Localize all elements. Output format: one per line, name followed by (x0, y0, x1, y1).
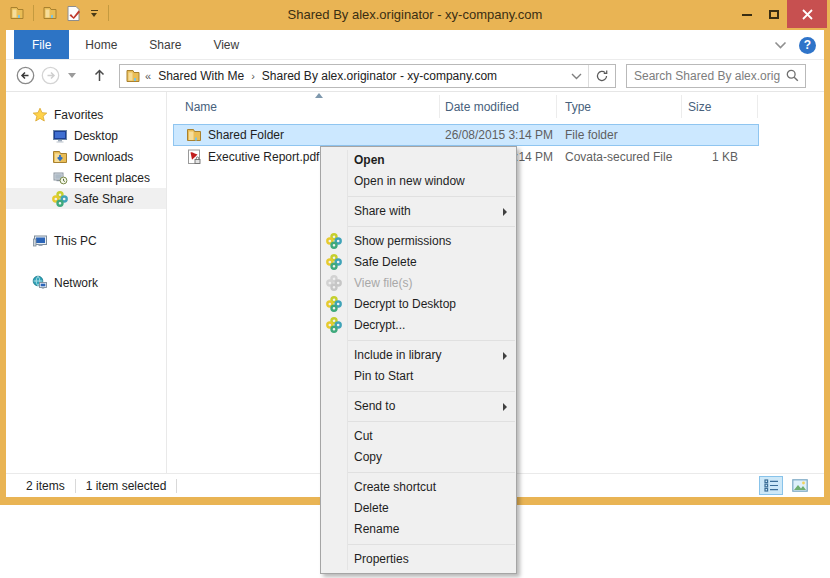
menu-item-pin-to-start[interactable]: Pin to Start (321, 366, 516, 387)
menu-item-include-in-library[interactable]: Include in library (321, 345, 516, 366)
tab-share[interactable]: Share (133, 30, 197, 59)
file-type: Covata-secured File (557, 150, 682, 164)
window-title: Shared By alex.originator - xy-company.c… (0, 0, 830, 30)
favorites-icon (32, 107, 48, 123)
column-header-type[interactable]: Type (557, 95, 682, 118)
sidebar-item-network[interactable]: Network (6, 272, 166, 293)
file-name: Shared Folder (208, 128, 284, 142)
menu-item-label: Send to (354, 399, 395, 413)
sidebar-item-label: Safe Share (74, 192, 134, 206)
tab-file[interactable]: File (14, 30, 69, 59)
breadcrumb-segment[interactable]: Shared With Me (158, 69, 244, 83)
sidebar-item-label: Desktop (74, 129, 118, 143)
menu-item-copy[interactable]: Copy (321, 447, 516, 468)
selection-count: 1 item selected (86, 479, 167, 493)
menu-item-properties[interactable]: Properties (321, 549, 516, 570)
menu-separator (348, 544, 515, 545)
forward-button[interactable] (41, 66, 60, 85)
menu-item-label: Decrypt to Desktop (354, 297, 456, 311)
this-pc-icon (32, 233, 48, 249)
file-row-shared-folder[interactable]: Shared Folder26/08/2015 3:14 PMFile fold… (173, 124, 759, 146)
menu-item-create-shortcut[interactable]: Create shortcut (321, 477, 516, 498)
menu-item-label: Rename (354, 522, 399, 536)
column-header-name[interactable]: Name (173, 95, 440, 118)
minimize-button[interactable] (733, 0, 760, 28)
title-bar: Shared By alex.originator - xy-company.c… (0, 0, 830, 30)
recent-places-icon (52, 170, 68, 186)
folder-icon (186, 127, 202, 143)
details-view-button[interactable] (759, 476, 783, 495)
close-button[interactable] (787, 0, 827, 28)
menu-item-label: Delete (354, 501, 389, 515)
file-name: Executive Report.pdf (208, 150, 319, 164)
menu-item-share-with[interactable]: Share with (321, 201, 516, 222)
file-size: 1 KB (682, 150, 748, 164)
sidebar-item-label: This PC (54, 234, 97, 248)
breadcrumb[interactable]: «Shared With Me›Shared By alex.originato… (145, 69, 565, 83)
menu-item-label: Open (354, 153, 385, 167)
back-button[interactable] (16, 66, 35, 85)
downloads-icon (52, 149, 68, 165)
context-menu: OpenOpen in new windowShare withShow per… (320, 146, 517, 574)
menu-item-cut[interactable]: Cut (321, 426, 516, 447)
menu-item-label: Include in library (354, 348, 441, 362)
sort-ascending-icon[interactable] (315, 93, 323, 98)
column-headers: NameDate modifiedTypeSize (173, 95, 824, 118)
column-header-size[interactable]: Size (682, 95, 758, 118)
menu-item-label: Share with (354, 204, 411, 218)
view-switcher (759, 476, 812, 495)
submenu-arrow-icon (503, 352, 507, 360)
covata-rings-icon (326, 317, 342, 333)
menu-item-view-file-s: View file(s) (321, 273, 516, 294)
breadcrumb-segment[interactable]: Shared By alex.originator - xy-company.c… (262, 69, 497, 83)
menu-item-decrypt-to-desktop[interactable]: Decrypt to Desktop (321, 294, 516, 315)
sidebar-item-label: Downloads (74, 150, 133, 164)
menu-item-label: Show permissions (354, 234, 451, 248)
up-button[interactable] (92, 68, 107, 83)
maximize-button[interactable] (760, 0, 787, 28)
menu-item-label: Create shortcut (354, 480, 436, 494)
breadcrumb-separator-icon[interactable]: › (251, 70, 255, 82)
menu-separator (348, 340, 515, 341)
sidebar-item-safe-share[interactable]: Safe Share (6, 188, 166, 209)
menu-item-open-in-new-window[interactable]: Open in new window (321, 171, 516, 192)
status-divider (75, 479, 76, 493)
safe-share-icon (52, 191, 68, 207)
file-date: 26/08/2015 3:14 PM (440, 128, 557, 142)
menu-separator (348, 226, 515, 227)
recent-locations-dropdown-icon[interactable] (66, 73, 78, 78)
menu-item-open[interactable]: Open (321, 150, 516, 171)
items-count: 2 items (26, 479, 65, 493)
address-bar[interactable]: «Shared With Me›Shared By alex.originato… (119, 64, 616, 88)
sidebar-item-this-pc[interactable]: This PC (6, 230, 166, 251)
address-dropdown-icon[interactable] (571, 69, 582, 83)
sidebar-item-downloads[interactable]: Downloads (6, 146, 166, 167)
sidebar-item-desktop[interactable]: Desktop (6, 125, 166, 146)
tab-home[interactable]: Home (69, 30, 133, 59)
menu-item-label: Cut (354, 429, 373, 443)
thumbnails-view-button[interactable] (788, 476, 812, 495)
ribbon-collapse-icon[interactable] (774, 38, 787, 52)
menu-item-rename[interactable]: Rename (321, 519, 516, 540)
tab-view[interactable]: View (197, 30, 255, 59)
address-folder-icon (125, 68, 141, 84)
refresh-icon[interactable] (589, 65, 615, 87)
menu-item-send-to[interactable]: Send to (321, 396, 516, 417)
menu-item-label: Decrypt... (354, 318, 405, 332)
menu-item-label: Open in new window (354, 174, 465, 188)
sidebar-item-favorites[interactable]: Favorites (6, 104, 166, 125)
search-icon[interactable] (786, 69, 799, 82)
menu-item-label: Pin to Start (354, 369, 413, 383)
menu-item-label: View file(s) (354, 276, 412, 290)
menu-item-delete[interactable]: Delete (321, 498, 516, 519)
column-header-date-modified[interactable]: Date modified (440, 95, 557, 118)
menu-item-safe-delete[interactable]: Safe Delete (321, 252, 516, 273)
help-icon[interactable]: ? (799, 37, 816, 54)
menu-item-show-permissions[interactable]: Show permissions (321, 231, 516, 252)
navigation-pane: FavoritesDesktopDownloadsRecent placesSa… (6, 92, 167, 473)
sidebar-item-recent-places[interactable]: Recent places (6, 167, 166, 188)
breadcrumb-overflow-icon[interactable]: « (145, 70, 151, 82)
menu-item-decrypt[interactable]: Decrypt... (321, 315, 516, 336)
search-box[interactable]: Search Shared By alex.orig... (626, 64, 806, 88)
menu-item-label: Safe Delete (354, 255, 417, 269)
